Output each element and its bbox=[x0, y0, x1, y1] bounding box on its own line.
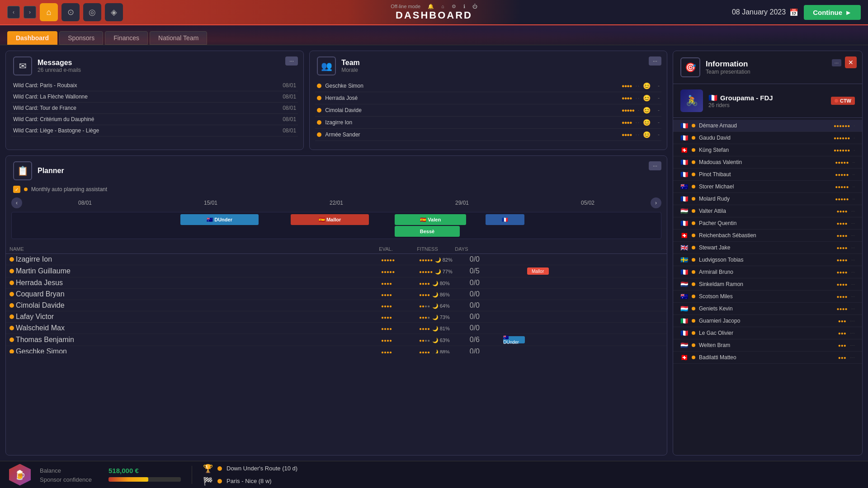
stars-badilatti: ●●● bbox=[838, 355, 846, 360]
team-rider-armee[interactable]: Armée Sander ●●●● · · 😊 - bbox=[315, 129, 661, 141]
top-bar: ‹ › ⌂ ⊙ ◎ ◈ Off-line mode 🔔 ⌂ ⚙ ℹ ⏻ DASH… bbox=[0, 0, 868, 25]
planner-row-geschke[interactable]: Geschke Simon ●●●● ●●●● 🌙 88% 0/0 bbox=[6, 346, 667, 353]
continue-button[interactable]: Continue ► bbox=[804, 5, 861, 20]
rider-entry-valter[interactable]: 🇭🇺 Valter Attila ●●●●··· bbox=[673, 205, 862, 217]
planner-row-walscheid[interactable]: Walscheid Max ●●●● ●●●● 🌙 81% 0/0 bbox=[6, 323, 667, 334]
team-card: 🚴 🇫🇷 Groupama - FDJ 26 riders CTW bbox=[673, 84, 862, 118]
rider-stars-empty-izagirre: · · bbox=[636, 120, 639, 125]
rfit-walscheid: ●●●● 🌙 81% bbox=[419, 324, 455, 332]
rider-entry-reichenbach[interactable]: 🇨🇭 Reichenbach Sébastien ●●●●··· bbox=[673, 230, 862, 242]
rider-entry-armirail[interactable]: 🇫🇷 Armirail Bruno ●●●●··· bbox=[673, 266, 862, 278]
rider-mood-izagirre: 😊 bbox=[643, 119, 651, 126]
rider-entry-storer[interactable]: 🇦🇺 Storer Michael ●●●●●·· bbox=[673, 181, 862, 193]
team-rider-geschke[interactable]: Geschke Simon ●●●● · · 😊 - bbox=[315, 80, 661, 92]
auto-planning-checkbox[interactable]: ✓ bbox=[13, 186, 20, 193]
planner-row-coquard[interactable]: Coquard Bryan ●●●● ●●●● 🌙 86% 0/0 bbox=[6, 289, 667, 300]
message-item-1[interactable]: Wild Card: Paris - Roubaix 08/01 bbox=[11, 80, 298, 91]
message-item-3[interactable]: Wild Card: Tour de France 08/01 bbox=[11, 103, 298, 114]
flag-fr-legac: 🇫🇷 bbox=[680, 329, 688, 337]
team-rider-herrada[interactable]: Herrada José ●●●● · · 😊 - bbox=[315, 92, 661, 104]
stars-legac: ●●● bbox=[838, 331, 846, 336]
dot-kung bbox=[692, 148, 695, 152]
information-panel: 🎯 Information Team presentation ··· ✕ 🚴 … bbox=[673, 51, 863, 455]
stars-storer: ●●●●● bbox=[835, 184, 849, 189]
nav-trophy-icon[interactable]: ◈ bbox=[105, 3, 123, 21]
rider-entry-ludvigsson[interactable]: 🇸🇪 Ludvigsson Tobias ●●●●··· bbox=[673, 254, 862, 266]
message-item-2[interactable]: Wild Card: La Flèche Wallonne 08/01 bbox=[11, 91, 298, 103]
settings-icon: ⚙ bbox=[452, 4, 456, 9]
message-item-4[interactable]: Wild Card: Critérium du Dauphiné 08/01 bbox=[11, 114, 298, 125]
flag-ch-kung: 🇨🇭 bbox=[680, 146, 688, 154]
messages-header: ✉ Messages 26 unread e-mails ··· bbox=[6, 51, 303, 78]
team-rider-izagirre[interactable]: Izagirre Ion ●●●● · · 😊 - bbox=[315, 117, 661, 129]
rider-entry-madouas[interactable]: 🇫🇷 Madouas Valentin ●●●●●·· bbox=[673, 156, 862, 169]
dot-lafay bbox=[9, 314, 14, 319]
rider-entry-gaudu[interactable]: 🇫🇷 Gaudu David ●●●●●●· bbox=[673, 132, 862, 144]
rider-dot-geschke bbox=[317, 84, 321, 88]
rider-entry-geniets[interactable]: 🇱🇺 Geniets Kevin ●●●●··· bbox=[673, 303, 862, 315]
date-15-01: 15/01 bbox=[204, 200, 217, 206]
tab-sponsors[interactable]: Sponsors bbox=[59, 31, 103, 45]
race-label-valen: 🇪🇸 Valen bbox=[420, 217, 441, 223]
rider-entry-pacher[interactable]: 🇫🇷 Pacher Quentin ●●●●··· bbox=[673, 217, 862, 230]
balance-row: Balance 518,000 € bbox=[40, 467, 181, 474]
planner-menu-button[interactable]: ··· bbox=[649, 161, 661, 170]
nav-home-icon[interactable]: ⌂ bbox=[40, 3, 58, 21]
rider-entry-demare[interactable]: 🇫🇷 Démare Arnaud ●●●●●●· bbox=[673, 120, 862, 132]
riders-info-list[interactable]: 🇫🇷 Démare Arnaud ●●●●●●· 🇫🇷 Gaudu David … bbox=[673, 118, 862, 455]
planner-nav-right[interactable]: › bbox=[651, 197, 661, 208]
team-logo: 🚴 bbox=[680, 89, 703, 112]
ctw-dot bbox=[835, 99, 838, 103]
planner-row-lafay[interactable]: Lafay Victor ●●●● ●●●● 🌙 73% 0/0 bbox=[6, 311, 667, 323]
nav-forward-button[interactable]: › bbox=[24, 6, 36, 19]
planner-row-cimolai-d[interactable]: Cimolai Davide ●●●● ●●●● 🌙 64% 0/0 bbox=[6, 300, 667, 311]
planner-rider-scroll[interactable]: Izagirre Ion ●●●●● ●●●●● 🌙 82% 0/0 Marti… bbox=[6, 254, 667, 353]
nav-globe-icon[interactable]: ⊙ bbox=[61, 3, 80, 21]
flag-fr-pinot: 🇫🇷 bbox=[680, 171, 688, 178]
stars-empty-madouas: ·· bbox=[852, 160, 855, 165]
team-riders-count: 26 riders bbox=[708, 102, 773, 108]
dot-legac bbox=[692, 331, 695, 335]
col-fitness-header: FITNESS bbox=[417, 246, 453, 252]
race-bar-dunder-thomas: 🇦🇺 DUnder bbox=[503, 336, 525, 343]
rname-thomas: Thomas Benjamin bbox=[16, 336, 379, 344]
team-rider-cimolai[interactable]: Cimolai Davide ●●●●● · 😊 - bbox=[315, 104, 661, 117]
planner-nav-left[interactable]: ‹ bbox=[11, 197, 22, 208]
info-close-button[interactable]: ✕ bbox=[845, 56, 857, 68]
message-name-4: Wild Card: Critérium du Dauphiné bbox=[13, 116, 94, 122]
info-menu-button[interactable]: ··· bbox=[832, 59, 841, 66]
date-05-02: 05/02 bbox=[581, 200, 594, 206]
rider-entry-sinkeldam[interactable]: 🇳🇱 Sinkeldam Ramon ●●●●··· bbox=[673, 278, 862, 291]
nav-chart-icon[interactable]: ◎ bbox=[83, 3, 101, 21]
rider-entry-molard[interactable]: 🇫🇷 Molard Rudy ●●●●●·· bbox=[673, 193, 862, 205]
tab-dashboard[interactable]: Dashboard bbox=[7, 31, 57, 45]
stars-empty-pinot: ·· bbox=[852, 172, 855, 177]
team-menu-button[interactable]: ··· bbox=[649, 56, 661, 66]
rider-entry-guarnieri[interactable]: 🇮🇹 Guarnieri Jacopo ●●●···· bbox=[673, 315, 862, 327]
dot-thomas bbox=[9, 338, 14, 342]
stars-sinkeldam: ●●●● bbox=[836, 282, 847, 287]
rider-entry-badilatti[interactable]: 🇨🇭 Badilatti Matteo ●●●···· bbox=[673, 352, 862, 364]
tab-national-team[interactable]: National Team bbox=[150, 31, 207, 45]
planner-title-group: Planner bbox=[38, 167, 64, 175]
rider-name-storer: Storer Michael bbox=[699, 183, 831, 190]
planner-row-thomas[interactable]: Thomas Benjamin ●●●● ●●●● 🌙 63% 0/6 🇦🇺 D… bbox=[6, 334, 667, 346]
rider-entry-pinot[interactable]: 🇫🇷 Pinot Thibaut ●●●●●·· bbox=[673, 169, 862, 181]
rider-entry-stewart[interactable]: 🇬🇧 Stewart Jake ●●●●··· bbox=[673, 242, 862, 254]
rider-stars-cimolai: ●●●●● bbox=[622, 108, 634, 113]
rider-entry-scotson[interactable]: 🇦🇺 Scotson Miles ●●●●··· bbox=[673, 291, 862, 303]
race-block-besse: Bessè bbox=[395, 226, 460, 237]
race-block-fr: 🇫🇷 bbox=[486, 214, 524, 225]
team-info: 🇫🇷 Groupama - FDJ 26 riders bbox=[708, 94, 773, 108]
nav-back-button[interactable]: ‹ bbox=[7, 6, 20, 19]
planner-row-herrada-j[interactable]: Herrada Jesus ●●●● ●●●● 🌙 80% 0/0 bbox=[6, 277, 667, 289]
rider-entry-kung[interactable]: 🇨🇭 Küng Stefan ●●●●●●· bbox=[673, 144, 862, 156]
message-item-5[interactable]: Wild Card: Liège - Bastogne - Liège 08/0… bbox=[11, 125, 298, 136]
rider-entry-legac[interactable]: 🇫🇷 Le Gac Olivier ●●●···· bbox=[673, 327, 862, 339]
tab-finances[interactable]: Finances bbox=[105, 31, 148, 45]
planner-row-martin[interactable]: Martin Guillaume ●●●●● ●●●●● 🌙 77% 0/5 M… bbox=[6, 265, 667, 277]
rider-entry-welten[interactable]: 🇳🇱 Welten Bram ●●●···· bbox=[673, 339, 862, 352]
messages-menu-button[interactable]: ··· bbox=[285, 56, 298, 66]
top-row: ✉ Messages 26 unread e-mails ··· Wild Ca… bbox=[5, 51, 667, 150]
planner-row-izagirre[interactable]: Izagirre Ion ●●●●● ●●●●● 🌙 82% 0/0 bbox=[6, 254, 667, 265]
